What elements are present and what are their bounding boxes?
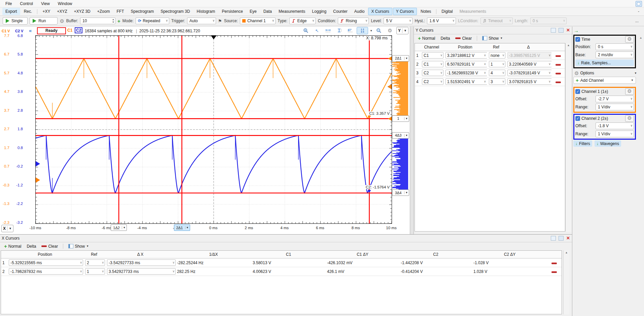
view-tab-persistence[interactable]: Persistence bbox=[219, 8, 246, 15]
view-tab--zoom[interactable]: +Zoom bbox=[94, 8, 113, 15]
remove-cursor-button[interactable] bbox=[556, 73, 561, 74]
view-tab-fft[interactable]: FFT bbox=[113, 8, 127, 15]
xcursor-ref-select[interactable]: 2∨ bbox=[85, 259, 105, 266]
channel2-offset-select[interactable]: -1.8 V∨ bbox=[596, 122, 634, 129]
view-tab-audio[interactable]: Audio bbox=[351, 8, 368, 15]
ycursor-position-select[interactable]: 1.515302491 V∨ bbox=[445, 78, 487, 85]
ycursor-channel-select[interactable]: C1∨ bbox=[422, 52, 443, 59]
xcursor-ref-select[interactable]: 1∨ bbox=[85, 268, 105, 275]
clear-cursors-button[interactable]: Clear bbox=[39, 243, 60, 249]
view-tab-export[interactable]: Export bbox=[2, 8, 20, 15]
ycursor-channel-select[interactable]: C1∨ bbox=[422, 61, 443, 67]
ycursor-ref-select[interactable]: 4∨ bbox=[489, 70, 505, 76]
view-dropdown-icon[interactable]: ▼ bbox=[370, 29, 372, 32]
view-tab-y-cursors[interactable]: Y Cursors bbox=[393, 8, 417, 15]
tag-dropdown-icon[interactable]: ▼ bbox=[404, 134, 409, 137]
window-restore-icon[interactable] bbox=[636, 1, 642, 7]
menu-file[interactable]: File bbox=[1, 1, 16, 7]
green-arrow-icon[interactable]: → bbox=[574, 28, 579, 33]
buffer-gear-icon[interactable]: ⚙ bbox=[60, 19, 64, 24]
time-base-select[interactable]: 2 ms/div∨ bbox=[596, 51, 634, 58]
menu-window[interactable]: Window bbox=[54, 1, 76, 7]
ycursor-position-select[interactable]: 3.287188612 V∨ bbox=[445, 52, 487, 59]
ycursor-channel-select[interactable]: C2∨ bbox=[422, 70, 443, 76]
time-position-select[interactable]: 0 s∨ bbox=[596, 43, 634, 50]
xcursor-position-select[interactable]: -5.329215565 ms∨ bbox=[9, 259, 83, 266]
c1-status-chip[interactable]: C1 bbox=[67, 28, 72, 33]
remove-cursor-button[interactable] bbox=[556, 81, 561, 83]
tag-dropdown-icon[interactable]: ▼ bbox=[122, 226, 127, 229]
ycursor-delta-select[interactable]: 3.078291815 V∨ bbox=[507, 78, 551, 85]
channel2-gear-icon[interactable]: ⚙ bbox=[625, 115, 634, 122]
y-cursor-tag-1[interactable]: 1▼ bbox=[392, 115, 409, 122]
view-tab--xy[interactable]: +XY bbox=[39, 8, 53, 15]
view-tab-spectrogram-3d[interactable]: Spectrogram 3D bbox=[157, 8, 193, 15]
quadrant-view-icon[interactable]: 1 23 4 bbox=[357, 27, 368, 34]
ycursor-ref-select[interactable]: 3∨ bbox=[489, 78, 505, 85]
view-tab-counter[interactable]: Counter bbox=[330, 8, 351, 15]
tag-dropdown-icon[interactable]: ▼ bbox=[404, 117, 409, 120]
channel1-checkbox[interactable]: ✓ bbox=[575, 89, 580, 94]
ycursor-delta-select[interactable]: 3.220640569 V∨ bbox=[507, 61, 551, 67]
time-checkbox[interactable]: ✓ bbox=[575, 37, 580, 42]
horizontal-measure-icon[interactable] bbox=[323, 27, 333, 34]
add-mode-icon[interactable]: + bbox=[117, 19, 120, 24]
x-cursors-scrollbar[interactable]: ▲ bbox=[563, 250, 569, 314]
float-panel-icon[interactable] bbox=[551, 28, 556, 33]
clear-cursors-button[interactable]: Clear bbox=[453, 35, 474, 41]
panel-splitter[interactable] bbox=[410, 27, 414, 234]
close-panel-icon[interactable]: ✕ bbox=[566, 28, 570, 32]
y-cursors-titlebar[interactable]: Y Cursors ✕ bbox=[414, 27, 572, 34]
buffer-spinner[interactable]: 10▲▼ bbox=[80, 17, 115, 24]
channel2-range-select[interactable]: 1 V/div∨ bbox=[596, 131, 634, 137]
add-delta-cursor-button[interactable]: Delta bbox=[438, 35, 452, 41]
channel1-offset-select[interactable]: -2.7 V∨ bbox=[596, 96, 634, 102]
view-tab--xyz-3d[interactable]: +XYZ 3D bbox=[71, 8, 94, 15]
pointer-icon[interactable]: ↖ bbox=[312, 27, 322, 34]
history-back-icon[interactable]: « bbox=[29, 28, 32, 33]
x-cursors-titlebar[interactable]: X Cursors ✕ bbox=[0, 235, 572, 242]
menu-control[interactable]: Control bbox=[16, 1, 37, 7]
view-tab-histogram[interactable]: Histogram bbox=[194, 8, 218, 15]
view-tab-eye[interactable]: Eye bbox=[247, 8, 260, 15]
ycursor-ref-select[interactable]: none∨ bbox=[489, 52, 505, 59]
ycursor-delta-select[interactable]: -3.0782918149 V∨ bbox=[507, 70, 551, 76]
remove-cursor-button[interactable] bbox=[551, 271, 557, 273]
viewbar-overflow[interactable]: - bbox=[638, 9, 639, 14]
wavegens-button[interactable]: ↓Wavegens bbox=[595, 140, 621, 147]
c2-status-chip[interactable]: C2 bbox=[75, 27, 82, 33]
view-tab-spectrogram[interactable]: Spectrogram bbox=[128, 8, 157, 15]
view-tab-measurements[interactable]: Measurements bbox=[276, 8, 308, 15]
maximize-panel-icon[interactable] bbox=[559, 28, 564, 33]
run-button[interactable]: Run bbox=[30, 17, 58, 25]
show-menu-button[interactable]: Show▼ bbox=[480, 35, 505, 41]
tag-dropdown-icon[interactable]: ▼ bbox=[404, 57, 409, 60]
xcursor-dx-select[interactable]: 3.542927733 ms∨ bbox=[107, 268, 176, 275]
view-tab-rec-[interactable]: Rec. bbox=[21, 8, 35, 15]
ycursor-ref-select[interactable]: 1∨ bbox=[489, 61, 505, 67]
add-channel-button[interactable]: +Add Channel ▼ bbox=[573, 77, 636, 84]
vertical-measure-icon[interactable] bbox=[334, 27, 344, 34]
add-normal-cursor-button[interactable]: +Normal bbox=[2, 243, 23, 249]
options-row[interactable]: ⚙ Options ▼ bbox=[573, 69, 638, 77]
trigger-select[interactable]: Auto∨ bbox=[187, 17, 216, 24]
view-tab-data[interactable]: Data bbox=[260, 8, 275, 15]
y-cursor-tag-2Δ1[interactable]: 2Δ1▼ bbox=[392, 55, 409, 62]
zoom-fit-icon[interactable]: 1 bbox=[301, 27, 311, 34]
toolbar-overflow-button[interactable]: ... bbox=[635, 19, 639, 23]
add-normal-cursor-button[interactable]: +Normal bbox=[416, 35, 437, 41]
channel2-checkbox[interactable]: ✓ bbox=[575, 116, 580, 121]
xcursor-dx-select[interactable]: -3.542927733 ms∨ bbox=[107, 259, 176, 266]
y-cursor-tag-3Δ4[interactable]: 3Δ4▼ bbox=[392, 189, 409, 196]
x-cursor-tag-1Δ2[interactable]: 1Δ2▼ bbox=[111, 224, 127, 231]
waveform-canvas[interactable] bbox=[36, 36, 392, 223]
time-gear-icon[interactable]: ⚙ bbox=[625, 36, 634, 43]
view-tab-logging[interactable]: Logging bbox=[309, 8, 329, 15]
x-axis-menu-button[interactable]: X▼ bbox=[1, 225, 13, 232]
y-cursors-scrollbar[interactable]: ▲ bbox=[565, 43, 571, 232]
y-axis-menu-button[interactable]: Y▼ bbox=[396, 27, 408, 34]
spinner-arrows-icon[interactable]: ▲▼ bbox=[112, 18, 114, 24]
show-menu-button[interactable]: Show▼ bbox=[66, 243, 91, 249]
source-select[interactable]: Channel 1∨ bbox=[240, 17, 276, 24]
remove-cursor-button[interactable] bbox=[556, 64, 561, 66]
